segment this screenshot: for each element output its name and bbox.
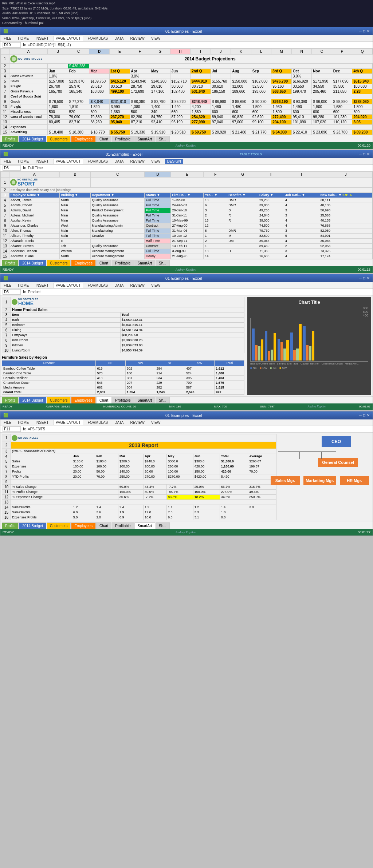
tab-data-2[interactable]: DATA [113, 159, 125, 164]
sheet-tab-employees-2[interactable]: Employees [71, 260, 95, 266]
tab-home-1[interactable]: HOME [16, 36, 31, 41]
tab-formulas-4[interactable]: FORMULAS [86, 420, 110, 425]
sheet-tab-smartart-3[interactable]: SmartArt [134, 397, 155, 403]
title-3: 01-Examples - Excel [165, 276, 202, 280]
watermark-text-3: Andrey Kapilov [308, 405, 326, 408]
bar-sw-4 [299, 324, 302, 361]
tab-formulas-3[interactable]: FORMULAS [86, 283, 110, 288]
spreadsheet-1: A B C D E F G H I J K L M N O P Q [0, 48, 373, 135]
sheet-tab-profits-4[interactable]: Profits [2, 522, 19, 529]
col-header-status: Status ▼ [145, 192, 171, 198]
table-row: Media Armoire 662304 282567 1,815 [2, 385, 244, 390]
sheet-tab-budget-3[interactable]: 2014 Budget [19, 397, 46, 403]
tab-file-1[interactable]: FILE [2, 36, 13, 41]
watermark-text-4: Andrey Kapilov [176, 530, 196, 534]
sheet-tab-profits-3[interactable]: Profits [2, 397, 19, 403]
ribbon-4: FILE HOME INSERT PAGE LAYOUT FORMULAS DA… [0, 419, 373, 426]
tab-view-3[interactable]: VIEW [149, 283, 162, 288]
sheet-tab-chart-1[interactable]: Chart [96, 136, 111, 142]
col-header-dept: Department ▼ [91, 192, 145, 198]
table-row: 6 Freight 26,70025,97028,610 80,510 28,7… [1, 84, 373, 89]
sheet-tab-budget-2[interactable]: 2014 Budget [19, 260, 46, 266]
status-avg: AVERAGE: 399.85 [46, 405, 70, 408]
tab-pagelayout-1[interactable]: PAGE LAYOUT [54, 36, 83, 41]
cell-ref-4[interactable]: F11 [3, 426, 21, 432]
sheet-tab-profits-2[interactable]: Profits [2, 260, 19, 266]
bar-se-4 [296, 349, 299, 361]
tab-review-2[interactable]: REVIEW [128, 159, 146, 164]
tab-formulas-1[interactable]: FORMULAS [86, 36, 110, 41]
tab-review-1[interactable]: REVIEW [128, 36, 146, 41]
sheet-tab-smartart-4[interactable]: SmartArt [134, 522, 155, 529]
sheet-tab-sh-2[interactable]: Sh... [156, 260, 170, 266]
sheet-tab-profitable-3[interactable]: Profitable [112, 397, 134, 403]
tab-file-4[interactable]: FILE [2, 420, 13, 425]
sheet-tab-budget-1[interactable]: 2014 Budget [19, 136, 46, 142]
sheet-tab-sh-4[interactable]: Sh... [156, 522, 170, 529]
cell-ref-2[interactable]: D6 [3, 165, 21, 171]
title-4: 01-Examples - Excel [165, 413, 202, 418]
status-bar-3: READY AVERAGE: 399.85 NUMERICAL COUNT: 2… [0, 403, 373, 410]
bar-sw-1 [261, 339, 263, 361]
sheet-tab-budget-4[interactable]: 2014 Budget [19, 522, 46, 529]
window-controls-2[interactable]: ─□✕ [359, 152, 370, 156]
cell-ref-3[interactable]: D3 [3, 289, 21, 295]
tab-insert-3[interactable]: INSERT [34, 283, 51, 288]
cell-ref-1[interactable]: D10 [3, 42, 21, 48]
org-chart-container: CEO General Counsel Sales Mgr. Marketing… [278, 433, 373, 522]
tab-home-2[interactable]: HOME [16, 159, 31, 164]
tab-formulas-2[interactable]: FORMULAS [86, 159, 110, 164]
tab-file-2[interactable]: FILE [2, 159, 13, 164]
tab-view-1[interactable]: VIEW [149, 36, 162, 41]
sheet-tab-smartart-2[interactable]: SmartArt [134, 260, 155, 266]
tab-insert-4[interactable]: INSERT [34, 420, 51, 425]
tab-design-2[interactable]: DESIGN [165, 159, 182, 164]
bar-nw-5 [306, 345, 309, 361]
sheet-tab-customers-2[interactable]: Customers [47, 260, 71, 266]
sheet-tab-employees-1[interactable]: Employees [71, 136, 95, 142]
tab-data-1[interactable]: DATA [113, 36, 125, 41]
sheet-tab-customers-3[interactable]: Customers [47, 397, 71, 403]
table-row: Bamboo End Table 570180 214524 1,488 [2, 371, 244, 375]
bar-chart [250, 318, 368, 362]
sheet-tab-profitable-2[interactable]: Profitable [112, 260, 134, 266]
sheet-tab-profits-1[interactable]: Profits [2, 136, 19, 142]
tab-view-2[interactable]: VIEW [149, 159, 162, 164]
window-controls-4[interactable]: ─□✕ [359, 413, 370, 417]
window-controls-3[interactable]: ─□✕ [359, 276, 370, 280]
tab-review-3[interactable]: REVIEW [128, 283, 146, 288]
watermark-text-1: Andrey Kapilov [176, 144, 196, 147]
tab-pagelayout-2[interactable]: PAGE LAYOUT [54, 159, 83, 164]
tab-home-3[interactable]: HOME [16, 283, 31, 288]
tab-home-4[interactable]: HOME [16, 420, 31, 425]
sheet-tab-smartart-1[interactable]: SmartArt [134, 136, 155, 142]
tab-view-4[interactable]: VIEW [149, 420, 162, 425]
sheet-tab-sh-3[interactable]: Sh... [156, 397, 170, 403]
sheet-tab-profitable-1[interactable]: Profitable [112, 136, 134, 142]
sheet-tab-chart-3[interactable]: Chart [96, 397, 111, 403]
sheet-tab-sh-1[interactable]: Sh... [156, 136, 170, 142]
tab-data-4[interactable]: DATA [113, 420, 125, 425]
tab-pagelayout-3[interactable]: PAGE LAYOUT [54, 283, 83, 288]
sheet-tab-customers-1[interactable]: Customers [47, 136, 71, 142]
tab-insert-2[interactable]: INSERT [34, 159, 51, 164]
col-header-newsalary: New Sala... ▼ 2.91% [319, 192, 373, 198]
green-value: $ 430,288 [68, 63, 89, 68]
tab-review-4[interactable]: REVIEW [128, 420, 146, 425]
sheet-tab-customers-4[interactable]: Customers [47, 522, 71, 529]
sheet-tab-employees-3[interactable]: Employees [71, 397, 95, 403]
sheet-tab-chart-4[interactable]: Chart [96, 522, 111, 529]
tab-file-3[interactable]: FILE [2, 283, 13, 288]
status-bar-2: READY Andrey Kapilov 00:01:13 [0, 266, 373, 273]
sheet-tab-profitable-4[interactable]: Profitable [112, 522, 134, 529]
window-controls-1[interactable]: ─□✕ [359, 29, 370, 33]
bar-group-1 [252, 329, 263, 361]
formula-content-4: =F5-F3/F5 [28, 427, 370, 431]
tab-data-3[interactable]: DATA [113, 283, 125, 288]
sheet-tab-chart-2[interactable]: Chart [96, 260, 111, 266]
table-row: 7 Adkins, Michael Main Quality Assurance… [1, 213, 373, 218]
sheet-tab-employees-4[interactable]: Employees [71, 522, 95, 529]
video-info-bar: File: 001 What is Excel used for.mp4 Siz… [0, 0, 373, 27]
tab-insert-1[interactable]: INSERT [34, 36, 51, 41]
tab-pagelayout-4[interactable]: PAGE LAYOUT [54, 420, 83, 425]
